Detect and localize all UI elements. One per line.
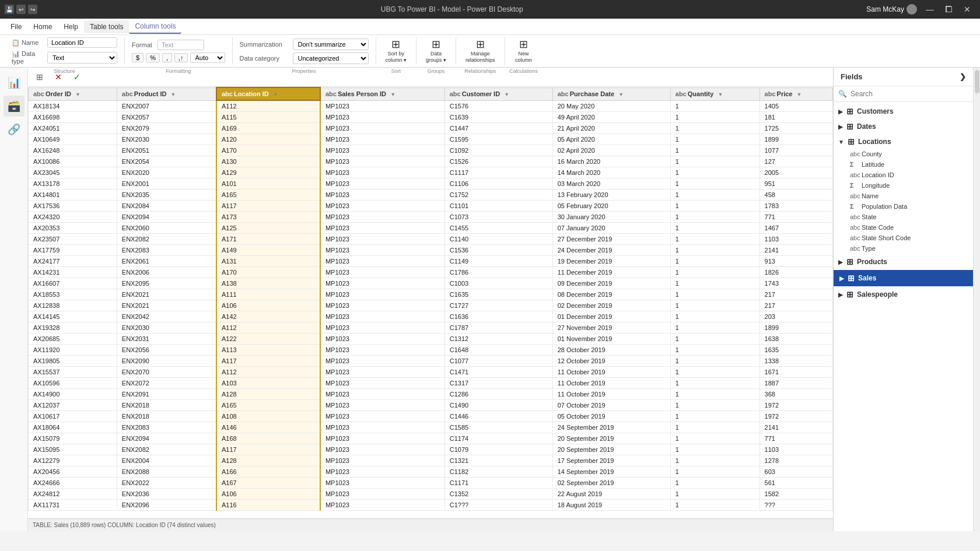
- field-item-type[interactable]: abcType: [834, 243, 973, 254]
- name-input[interactable]: [47, 37, 117, 48]
- table-row[interactable]: AX20456ENX2088A166MP1023C118214 Septembe…: [29, 466, 833, 478]
- col-header-quantity[interactable]: abcQuantity ▼: [670, 87, 760, 100]
- table-cell: AX20456: [29, 466, 117, 478]
- table-row[interactable]: AX10596ENX2072A103MP1023C131711 October …: [29, 378, 833, 389]
- auto-select[interactable]: Auto: [190, 52, 225, 63]
- field-group-header-products[interactable]: ▶⊞Products: [834, 255, 973, 269]
- table-row[interactable]: AX18553ENX2021A111MP1023C163508 December…: [29, 289, 833, 300]
- table-cell: C1182: [444, 466, 552, 478]
- table-row[interactable]: AX15079ENX2094A168MP1023C117420 Septembe…: [29, 433, 833, 444]
- field-group-header-sales[interactable]: ▶⊞Sales: [835, 271, 972, 285]
- table-row[interactable]: AX14145ENX2042A142MP1023C163601 December…: [29, 311, 833, 322]
- datacategory-select[interactable]: Uncategorized Address City: [293, 52, 369, 64]
- minimize-button[interactable]: —: [922, 1, 938, 17]
- table-row[interactable]: AX15537ENX2070A112MP1023C147111 October …: [29, 367, 833, 378]
- table-row[interactable]: AX24177ENX2061A131MP1023C114919 December…: [29, 256, 833, 267]
- table-row[interactable]: AX11731ENX2096A116MP1023C1???18 August 2…: [29, 500, 833, 511]
- field-item-longitude[interactable]: ΣLongitude: [834, 180, 973, 191]
- field-item-county[interactable]: abcCounty: [834, 149, 973, 159]
- field-item-location-id[interactable]: abcLocation ID: [834, 170, 973, 180]
- save-icon[interactable]: 💾: [5, 5, 14, 14]
- col-header-price[interactable]: abcPrice ▼: [760, 87, 832, 100]
- field-group-header-customers[interactable]: ▶⊞Customers: [834, 104, 973, 118]
- field-group-header-locations[interactable]: ▼⊞Locations: [834, 135, 973, 149]
- table-row[interactable]: AX14231ENX2006A170MP1023C178611 December…: [29, 267, 833, 278]
- table-row[interactable]: AX24666ENX2022A167MP1023C117102 Septembe…: [29, 478, 833, 489]
- table-row[interactable]: AX16248ENX2051A170MP1023C109202 April 20…: [29, 145, 833, 156]
- field-item-population-data[interactable]: ΣPopulation Data: [834, 201, 973, 212]
- table-row[interactable]: AX18064ENX2083A146MP1023C158524 Septembe…: [29, 422, 833, 433]
- menu-help[interactable]: Help: [58, 20, 84, 33]
- field-item-state-code[interactable]: abcState Code: [834, 222, 973, 233]
- table-row[interactable]: AX14900ENX2091A128MP1023C128611 October …: [29, 389, 833, 400]
- field-group-header-dates[interactable]: ▶⊞Dates: [834, 120, 973, 134]
- summarization-select[interactable]: Don't summarize Sum Average: [293, 38, 369, 50]
- menu-column-tools[interactable]: Column tools: [129, 20, 181, 34]
- table-row[interactable]: AX23045ENX2020A129MP1023C111714 March 20…: [29, 167, 833, 178]
- table-row[interactable]: AX12037ENX2018A165MP1023C149007 October …: [29, 400, 833, 411]
- search-input[interactable]: [850, 90, 968, 98]
- table-row[interactable]: AX24812ENX2036A106MP1023C135222 August 2…: [29, 489, 833, 500]
- currency-button[interactable]: $: [132, 53, 144, 62]
- table-row[interactable]: AX23507ENX2082A171MP1023C114027 December…: [29, 234, 833, 245]
- field-item-state[interactable]: abcState: [834, 212, 973, 222]
- undo-icon[interactable]: ↩: [16, 5, 26, 14]
- table-row[interactable]: AX20685ENX2031A122MP1023C131201 November…: [29, 334, 833, 345]
- col-header-order-id[interactable]: abcOrder ID ▼: [29, 87, 117, 100]
- col-header-product-id[interactable]: abcProduct ID ▼: [117, 87, 216, 100]
- sidebar-data-icon[interactable]: 🗃️: [4, 96, 24, 117]
- table-cell: 1899: [760, 322, 832, 334]
- sidebar-report-icon[interactable]: 📊: [4, 72, 24, 93]
- table-row[interactable]: AX16698ENX2057A115MP1023C163949 April 20…: [29, 112, 833, 123]
- manage-relationships-button[interactable]: ⊞ Managerelationships: [463, 38, 498, 65]
- new-column-button[interactable]: ⊞ Newcolumn: [512, 38, 536, 65]
- table-row[interactable]: AX17536ENX2084A117MP1023C110105 February…: [29, 201, 833, 212]
- sort-by-column-button[interactable]: ⊞ Sort bycolumn ▾: [383, 38, 410, 65]
- table-row[interactable]: AX12838ENX2021A106MP1023C172702 December…: [29, 300, 833, 311]
- fields-expand-icon[interactable]: ❯: [960, 72, 966, 81]
- col-header-purchase-date[interactable]: abcPurchase Date ▼: [552, 87, 670, 100]
- col-header-sales-person-id[interactable]: abcSales Person ID ▼: [320, 87, 444, 100]
- scroll-thumb[interactable]: [975, 70, 979, 93]
- right-scrollbar[interactable]: [973, 68, 980, 531]
- table-row[interactable]: AX12279ENX2004A128MP1023C132117 Septembe…: [29, 455, 833, 466]
- menu-file[interactable]: File: [5, 20, 27, 33]
- table-row[interactable]: AX24051ENX2079A169MP1023C144721 April 20…: [29, 123, 833, 134]
- table-row[interactable]: AX11920ENX2056A113MP1023C164828 October …: [29, 345, 833, 356]
- decrease-decimal-button[interactable]: ,: [162, 53, 172, 62]
- table-row[interactable]: AX16607ENX2095A138MP1023C100309 December…: [29, 278, 833, 289]
- field-item-name[interactable]: abcName: [834, 191, 973, 201]
- table-row[interactable]: AX15095ENX2082A117MP1023C107920 Septembe…: [29, 444, 833, 455]
- left-sidebar: 📊 🗃️ 🔗: [0, 68, 28, 531]
- col-header-customer-id[interactable]: abcCustomer ID ▼: [444, 87, 552, 100]
- maximize-button[interactable]: ⧠: [940, 1, 957, 17]
- table-row[interactable]: AX13178ENX2001A101MP1023C110603 March 20…: [29, 178, 833, 189]
- table-cell: 30 January 2020: [552, 212, 670, 223]
- table-row[interactable]: AX18134ENX2007A112MP1023C157620 May 2020…: [29, 100, 833, 112]
- table-row[interactable]: AX10617ENX2018A108MP1023C144605 October …: [29, 411, 833, 422]
- table-cell: ENX2094: [117, 212, 216, 223]
- datatype-select[interactable]: Text Whole Number Decimal Number Date: [47, 52, 117, 64]
- field-item-latitude[interactable]: ΣLatitude: [834, 159, 973, 170]
- field-group-header-salespeople[interactable]: ▶⊞Salespeople: [834, 287, 973, 301]
- redo-icon[interactable]: ↪: [28, 5, 37, 14]
- format-input[interactable]: [158, 40, 204, 50]
- sidebar-model-icon[interactable]: 🔗: [4, 119, 24, 140]
- data-groups-button[interactable]: ⊞ Datagroups ▾: [424, 38, 449, 65]
- table-row[interactable]: AX10649ENX2030A120MP1023C159505 April 20…: [29, 134, 833, 145]
- table-row[interactable]: AX19805ENX2090A117MP1023C107712 October …: [29, 356, 833, 367]
- table-row[interactable]: AX17759ENX2083A149MP1023C153624 December…: [29, 245, 833, 256]
- table-row[interactable]: AX10086ENX2054A130MP1023C152616 March 20…: [29, 156, 833, 167]
- col-header-location-id[interactable]: abcLocation ID ▼: [216, 87, 320, 100]
- table-row[interactable]: AX24320ENX2094A173MP1023C107330 January …: [29, 212, 833, 223]
- menu-home[interactable]: Home: [27, 20, 58, 33]
- table-row[interactable]: AX20353ENX2060A125MP1023C145507 January …: [29, 223, 833, 234]
- field-item-state-short-code[interactable]: abcState Short Code: [834, 233, 973, 243]
- table-row[interactable]: AX14801ENX2035A165MP1023C175213 February…: [29, 189, 833, 201]
- increase-decimal-button[interactable]: ,↑: [174, 53, 188, 62]
- table-cell: 1: [670, 389, 760, 400]
- close-button[interactable]: ✕: [959, 1, 975, 17]
- menu-table-tools[interactable]: Table tools: [84, 20, 129, 33]
- percent-button[interactable]: %: [146, 53, 160, 62]
- table-row[interactable]: AX19328ENX2030A112MP1023C178727 November…: [29, 322, 833, 334]
